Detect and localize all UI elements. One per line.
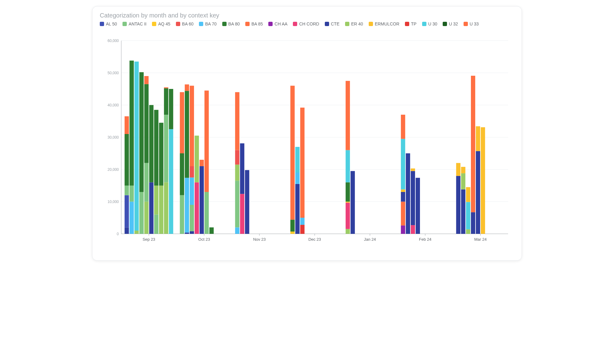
bar-segment[interactable]: BA 80: 13,000 (180, 153, 184, 195)
bar-segment[interactable]: ER 40: 1,500 (346, 229, 350, 234)
bar-segment[interactable]: BA 80: 16,000 (125, 134, 129, 186)
legend-item[interactable]: TP (405, 21, 417, 26)
bar-segment[interactable]: AQ 45: 700 (290, 232, 295, 234)
bar-segment[interactable]: BA 85: 2,000 (200, 160, 204, 166)
bar-segment[interactable]: BA 85: 2,000 (185, 84, 189, 91)
bar-segment[interactable]: U 30: 15,700 (401, 139, 405, 190)
legend-item[interactable]: CH AA (268, 21, 287, 26)
bar-segment[interactable]: BA 80: 27,000 (185, 91, 189, 178)
bar-segment[interactable]: BA 80: 37,200 (139, 72, 144, 192)
bar-segment[interactable]: AQ 45: 300 (346, 202, 350, 203)
bar-segment[interactable]: BA 85: 31,500 (204, 90, 209, 192)
legend-item[interactable]: U 33 (464, 21, 479, 26)
bar-segment[interactable]: CTE: 25,000 (406, 153, 410, 234)
bar-segment[interactable]: CTE: 13,800 (461, 190, 465, 234)
bar-segment[interactable]: BA 85: 42,400 (471, 76, 475, 212)
bar-segment[interactable]: ERMULCOR: 4,600 (466, 187, 470, 202)
bar-segment[interactable]: CTE: 6,700 (471, 212, 475, 234)
bar-segment[interactable]: ER 40: 1,400 (466, 229, 470, 234)
bar-segment[interactable]: ER 40: 14,500 (195, 136, 199, 182)
bar-segment[interactable]: ERMULCOR: 4,000 (456, 163, 460, 176)
legend-item[interactable]: CH CORD (293, 21, 319, 26)
bar-segment[interactable]: ERMULCOR: 7,700 (476, 126, 480, 151)
bar-segment[interactable]: CTE: 19,800 (245, 170, 249, 234)
legend-item[interactable]: BA 80 (222, 21, 240, 26)
bar-segment[interactable]: ANTAC II: 12,000 (180, 195, 184, 234)
bar-segment[interactable]: ANTAC II: 13,000 (139, 192, 144, 234)
bar-segment[interactable]: BA 80: 38,800 (130, 61, 134, 186)
bar-segment[interactable]: BA 70: 10,000 (130, 202, 134, 234)
bar-segment[interactable]: ER 40: 5,000 (461, 173, 465, 190)
bar-segment[interactable]: BA 85: 5,500 (125, 116, 129, 134)
bar-segment[interactable]: U 30: 52,500 (134, 62, 139, 231)
bar-segment[interactable]: BA 80: 24,500 (144, 84, 149, 163)
bar-segment[interactable]: TP: 2,800 (300, 225, 305, 234)
bar-segment[interactable]: BA 85: 34,200 (300, 108, 305, 218)
legend-item[interactable]: BA 70 (199, 21, 216, 26)
bar-segment[interactable]: U 30: 32,500 (169, 129, 173, 234)
legend-item[interactable]: ERMULCOR (369, 21, 399, 26)
bar-segment[interactable]: CH AA: 2,600 (401, 225, 405, 234)
legend-item[interactable]: BA 60 (176, 21, 193, 26)
legend-item[interactable]: ANTAC II (122, 21, 146, 26)
legend-item[interactable]: AL 50 (100, 21, 117, 26)
bar-segment[interactable]: ANTAC II: 14,500 (235, 181, 239, 227)
bar-segment[interactable]: CTE: 19,500 (351, 171, 355, 234)
bar-segment[interactable]: BA 85: 300 (164, 87, 168, 88)
bar-segment[interactable]: ERMULCOR: 800 (401, 190, 405, 192)
bar-segment[interactable]: ER 40: 15,000 (159, 186, 163, 234)
bar-segment[interactable]: ANTAC II: 3,000 (125, 186, 129, 195)
bar-segment[interactable]: CH CORD: 16,000 (195, 182, 199, 234)
bar-segment[interactable]: ERMULCOR: 33,100 (481, 127, 485, 234)
bar-segment[interactable]: AL 50: 10,000 (125, 195, 129, 228)
legend-item[interactable]: CTE (325, 21, 340, 26)
bar-segment[interactable]: ANTAC II: 13,000 (204, 192, 209, 234)
bar-segment[interactable]: ER 40: 1,000 (134, 231, 139, 234)
bar-segment[interactable]: BA 80: 12,500 (169, 89, 173, 129)
bar-segment[interactable]: BA 70: 2,000 (235, 228, 239, 234)
bar-segment[interactable]: CTE: 16,800 (411, 171, 415, 225)
bar-segment[interactable]: CTE: 400 (185, 232, 189, 234)
bar-segment[interactable]: CTE: 2,000 (125, 228, 129, 234)
bar-segment[interactable]: BA 60: 4,500 (235, 150, 239, 165)
bar-segment[interactable]: ANTAC II: 5,000 (130, 186, 134, 202)
bar-segment[interactable]: ER 40: 9,000 (154, 186, 158, 215)
bar-segment[interactable]: ANTAC II: 8,200 (190, 205, 194, 231)
bar-segment[interactable]: ANTAC II: 21,000 (164, 115, 168, 182)
legend-item[interactable]: U 30 (422, 21, 437, 26)
bar-segment[interactable]: CH CORD: 12,400 (240, 194, 244, 234)
bar-segment[interactable]: CTE: 18,000 (456, 176, 460, 234)
bar-segment[interactable]: CTE: 800 (190, 231, 194, 234)
bar-segment[interactable]: U 30: 10,000 (346, 150, 350, 182)
bar-segment[interactable]: BA 70: 2,200 (300, 218, 305, 225)
bar-segment[interactable]: U 30: 8,500 (466, 202, 470, 229)
bar-segment[interactable]: CTE: 15,700 (240, 143, 244, 194)
bar-segment[interactable]: BA 80: 23,500 (154, 110, 158, 186)
bar-segment[interactable]: U 30: 8,000 (295, 147, 300, 173)
bar-segment[interactable]: ANTAC II: 12,000 (144, 163, 149, 202)
bar-segment[interactable]: ER 40: 5,000 (235, 165, 239, 181)
bar-segment[interactable]: BA 80: 8,200 (164, 88, 168, 115)
bar-segment[interactable]: CTE: 16,000 (149, 182, 154, 234)
bar-segment[interactable]: CTE: 25,700 (476, 151, 480, 234)
bar-segment[interactable]: CTE: 21,000 (200, 166, 204, 234)
bar-segment[interactable]: BA 80: 3,700 (290, 220, 295, 232)
bar-segment[interactable]: BA 70: 3,500 (295, 173, 300, 184)
bar-segment[interactable]: BA 85: 25,000 (190, 86, 194, 167)
bar-segment[interactable]: BA 85: 2,500 (144, 76, 149, 84)
bar-segment[interactable]: CTE: 15,500 (295, 184, 300, 234)
bar-segment[interactable]: BA 85: 41,600 (290, 86, 295, 220)
bar-segment[interactable]: ER 40: 10,000 (144, 202, 149, 234)
bar-segment[interactable]: ERMULCOR: 800 (411, 168, 415, 171)
bar-segment[interactable]: BA 80: 6,000 (346, 182, 350, 202)
bar-segment[interactable]: CTE: 17,400 (416, 178, 420, 234)
bar-segment[interactable]: BA 80: 2,000 (209, 228, 214, 234)
bar-segment[interactable]: BA 70: 17,000 (185, 178, 189, 233)
legend-item[interactable]: ER 40 (345, 21, 363, 26)
bar-segment[interactable]: BA 70: 8,500 (190, 178, 194, 205)
bar-segment[interactable]: BA 85: 18,000 (235, 92, 239, 150)
bar-segment[interactable]: BA 85: 19,000 (180, 92, 184, 154)
bar-segment[interactable]: CTE: 3,000 (401, 192, 405, 202)
bar-segment[interactable]: U 33: 7,500 (401, 115, 405, 139)
bar-segment[interactable]: BA 60: 3,500 (190, 166, 194, 178)
